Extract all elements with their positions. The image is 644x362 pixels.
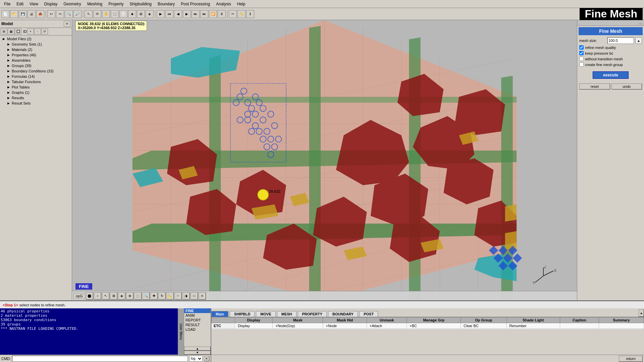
vp-mask-btn[interactable]: ⬤ (86, 292, 93, 300)
vp-pan-btn[interactable]: ✚ (150, 292, 158, 300)
row-unmask[interactable]: +Attach (367, 323, 407, 329)
row-caption[interactable] (560, 323, 599, 329)
info-btn[interactable]: ℹ (246, 10, 254, 18)
menu-file[interactable]: File (1, 1, 13, 7)
tree-item-tabular-functions[interactable]: ▶ Tabular Functions (5, 79, 71, 84)
last-btn[interactable]: ⏭ (200, 10, 208, 18)
vp-rotate-btn[interactable]: ↻ (158, 292, 166, 300)
tree-item-plot-tables[interactable]: ▶ Plot Tables (5, 84, 71, 90)
menu-post-processing[interactable]: Post Processing (178, 1, 213, 7)
row-mask[interactable]: +Node(Grp) (272, 323, 323, 329)
loop-btn[interactable]: 🔁 (209, 10, 217, 18)
menu-analysis[interactable]: Analysis (213, 1, 234, 7)
open-btn[interactable]: 📂 (10, 10, 18, 18)
vp-measure-btn[interactable]: 📐 (166, 292, 174, 300)
vp-wire-btn[interactable]: □ (191, 292, 198, 300)
pause-btn[interactable]: ⏸ (218, 10, 226, 18)
vp-pick-btn[interactable]: ↖ (102, 292, 109, 300)
tree-item-groups[interactable]: ▶ Groups (39) (5, 63, 71, 68)
clipping-btn[interactable]: ✂ (229, 10, 237, 18)
tab-boundary[interactable]: BOUNDARY (328, 311, 358, 317)
row-manage-grp[interactable]: +BC (407, 323, 461, 329)
vp-pick2-btn[interactable]: ☞ (174, 292, 182, 300)
row-op-group[interactable]: Clear BC (461, 323, 506, 329)
without-transition-checkbox[interactable] (579, 57, 584, 61)
mesh-size-input[interactable] (607, 37, 634, 44)
tab-main[interactable]: Main (211, 311, 228, 317)
file-item-load[interactable]: LOAD (184, 327, 211, 332)
next-btn[interactable]: ▶ (183, 10, 191, 18)
tree-btn3[interactable]: 🔲 (15, 28, 21, 35)
menu-meshing[interactable]: Meshing (85, 1, 105, 7)
pan-btn[interactable]: ✋ (102, 10, 110, 18)
tab-post[interactable]: POST (359, 311, 378, 317)
menu-display[interactable]: Display (42, 1, 60, 7)
undo-btn[interactable]: ↩ (47, 10, 55, 18)
menu-edit[interactable]: Edit (14, 1, 26, 7)
tab-shipbld[interactable]: SHIPBLD (230, 311, 255, 317)
select-btn[interactable]: ↖ (85, 10, 93, 18)
row-summary[interactable] (599, 323, 644, 329)
mesh-btn[interactable]: ⊞ (137, 10, 145, 18)
side-menu-label[interactable]: User Menu (178, 308, 184, 355)
print-btn[interactable]: 🖨 (28, 10, 36, 18)
tree-btn1[interactable]: ⊞ (1, 28, 7, 35)
tree-item-formulas[interactable]: ▶ Formulas (14) (5, 74, 71, 79)
vp-more-btn[interactable]: ≡ (199, 292, 206, 300)
vp-attach-btn[interactable]: ⊕ (126, 292, 133, 300)
menu-property[interactable]: Property (106, 1, 126, 7)
measure-btn[interactable]: 📏 (237, 10, 246, 18)
first-btn[interactable]: ⏮ (165, 10, 173, 18)
step-btn[interactable]: ⏭ (192, 10, 200, 18)
return-button[interactable]: return (619, 356, 643, 362)
scroll-down-btn[interactable]: ▼ (184, 351, 211, 355)
tree-item-assemblies[interactable]: ▶ Assemblies (5, 58, 71, 63)
tree-expand[interactable]: + (27, 28, 34, 35)
file-item-fine[interactable]: FINE (184, 308, 211, 313)
play-btn[interactable]: ▶ (157, 10, 165, 18)
vp-group-btn[interactable]: ⊞ (110, 292, 117, 300)
tree-item-boundary-conditions[interactable]: ▶ Boundary Conditions (33) (5, 68, 71, 74)
tree-collapse[interactable]: - (34, 28, 41, 35)
menu-help[interactable]: Help (234, 1, 248, 7)
rotate-btn[interactable]: ⟳ (93, 10, 101, 18)
zoom-fit-btn[interactable]: ⬚ (111, 10, 119, 18)
scroll-tabs-btn[interactable]: ▲ (639, 309, 644, 317)
cmd-input[interactable] (12, 356, 188, 362)
iso-btn[interactable]: ◈ (146, 10, 154, 18)
execute-button[interactable]: execute (593, 71, 629, 79)
zoom-btn[interactable]: 🔎 (73, 10, 82, 18)
prev-btn[interactable]: ◀ (174, 10, 182, 18)
vp-shade-btn[interactable]: ◑ (182, 292, 190, 300)
file-item-result[interactable]: RESULT (184, 322, 211, 327)
reset-button[interactable]: reset (579, 83, 610, 89)
file-item-anim[interactable]: ANIM (184, 313, 211, 318)
shade-btn[interactable]: ■ (128, 10, 136, 18)
tree-item-properties[interactable]: ▶ Properties (46) (5, 52, 71, 58)
tree-item-result-sets[interactable]: ▶ Result Sets (5, 101, 71, 106)
export-btn[interactable]: 📤 (36, 10, 44, 18)
new-btn[interactable]: 📄 (1, 10, 9, 18)
tab-move[interactable]: MOVE (256, 311, 275, 317)
menu-view[interactable]: View (27, 1, 41, 7)
mesh-size-scroll[interactable]: ▲ (635, 37, 642, 44)
tree-item-results[interactable]: ▶ Results (5, 95, 71, 101)
panel-close-btn[interactable]: ✕ (64, 21, 70, 27)
menu-boundary[interactable]: Boundary (155, 1, 177, 7)
tree-btn2[interactable]: ▦ (8, 28, 14, 35)
tab-mesh[interactable]: MESH (277, 311, 297, 317)
viewport[interactable]: NODE 39,632 (6 ELEMS CONNECTED) X=35200.… (72, 20, 577, 300)
vp-fit-btn[interactable]: ⬚ (134, 292, 142, 300)
tree-item-graphs[interactable]: ▶ Graphs (1) (5, 90, 71, 95)
menu-shipbuilding[interactable]: Shipbuilding (127, 1, 154, 7)
vp-unmask-btn[interactable]: ○ (94, 292, 101, 300)
refine-mesh-quality-checkbox[interactable] (579, 45, 584, 50)
keep-pressure-bc-checkbox[interactable] (579, 51, 584, 55)
vp-zoom-btn[interactable]: 🔍 (142, 292, 150, 300)
tree-item-materials[interactable]: ▶ Materials (2) (5, 47, 71, 52)
cmd-close-btn[interactable]: ✕ (204, 356, 209, 361)
row-shade-light[interactable]: Renumber (506, 323, 560, 329)
file-item-report[interactable]: REPORT (184, 318, 211, 322)
log-select[interactable]: log all err (189, 356, 203, 362)
save-btn[interactable]: 💾 (19, 10, 27, 18)
